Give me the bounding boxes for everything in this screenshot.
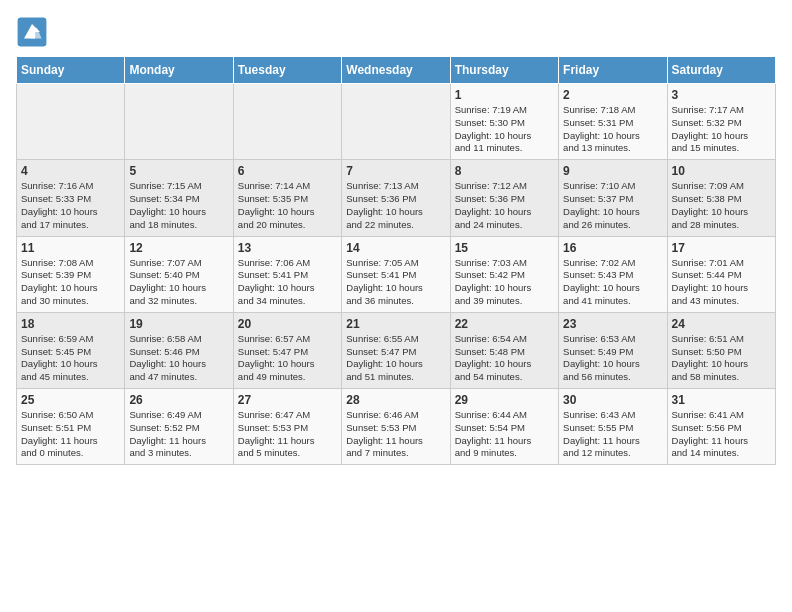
- cell-content: Sunrise: 6:43 AM Sunset: 5:55 PM Dayligh…: [563, 409, 662, 460]
- calendar-cell: 29Sunrise: 6:44 AM Sunset: 5:54 PM Dayli…: [450, 389, 558, 465]
- cell-content: Sunrise: 6:41 AM Sunset: 5:56 PM Dayligh…: [672, 409, 771, 460]
- day-number: 16: [563, 241, 662, 255]
- day-number: 27: [238, 393, 337, 407]
- cell-content: Sunrise: 7:13 AM Sunset: 5:36 PM Dayligh…: [346, 180, 445, 231]
- calendar-cell: 1Sunrise: 7:19 AM Sunset: 5:30 PM Daylig…: [450, 84, 558, 160]
- cell-content: Sunrise: 6:53 AM Sunset: 5:49 PM Dayligh…: [563, 333, 662, 384]
- day-number: 24: [672, 317, 771, 331]
- calendar-header: SundayMondayTuesdayWednesdayThursdayFrid…: [17, 57, 776, 84]
- day-number: 19: [129, 317, 228, 331]
- day-number: 4: [21, 164, 120, 178]
- calendar-cell: 25Sunrise: 6:50 AM Sunset: 5:51 PM Dayli…: [17, 389, 125, 465]
- calendar-cell: 23Sunrise: 6:53 AM Sunset: 5:49 PM Dayli…: [559, 312, 667, 388]
- day-number: 26: [129, 393, 228, 407]
- cell-content: Sunrise: 6:46 AM Sunset: 5:53 PM Dayligh…: [346, 409, 445, 460]
- cell-content: Sunrise: 7:19 AM Sunset: 5:30 PM Dayligh…: [455, 104, 554, 155]
- cell-content: Sunrise: 7:09 AM Sunset: 5:38 PM Dayligh…: [672, 180, 771, 231]
- day-number: 3: [672, 88, 771, 102]
- day-number: 22: [455, 317, 554, 331]
- cell-content: Sunrise: 6:44 AM Sunset: 5:54 PM Dayligh…: [455, 409, 554, 460]
- day-number: 5: [129, 164, 228, 178]
- day-number: 28: [346, 393, 445, 407]
- cell-content: Sunrise: 6:57 AM Sunset: 5:47 PM Dayligh…: [238, 333, 337, 384]
- calendar-cell: 15Sunrise: 7:03 AM Sunset: 5:42 PM Dayli…: [450, 236, 558, 312]
- calendar-cell: 13Sunrise: 7:06 AM Sunset: 5:41 PM Dayli…: [233, 236, 341, 312]
- calendar-cell: 7Sunrise: 7:13 AM Sunset: 5:36 PM Daylig…: [342, 160, 450, 236]
- calendar-cell: 22Sunrise: 6:54 AM Sunset: 5:48 PM Dayli…: [450, 312, 558, 388]
- cell-content: Sunrise: 7:12 AM Sunset: 5:36 PM Dayligh…: [455, 180, 554, 231]
- cell-content: Sunrise: 7:05 AM Sunset: 5:41 PM Dayligh…: [346, 257, 445, 308]
- day-number: 31: [672, 393, 771, 407]
- day-number: 2: [563, 88, 662, 102]
- calendar-cell: 11Sunrise: 7:08 AM Sunset: 5:39 PM Dayli…: [17, 236, 125, 312]
- calendar-cell: 16Sunrise: 7:02 AM Sunset: 5:43 PM Dayli…: [559, 236, 667, 312]
- day-number: 30: [563, 393, 662, 407]
- calendar-cell: [17, 84, 125, 160]
- calendar-cell: 5Sunrise: 7:15 AM Sunset: 5:34 PM Daylig…: [125, 160, 233, 236]
- day-number: 1: [455, 88, 554, 102]
- cell-content: Sunrise: 7:02 AM Sunset: 5:43 PM Dayligh…: [563, 257, 662, 308]
- header-row: SundayMondayTuesdayWednesdayThursdayFrid…: [17, 57, 776, 84]
- calendar-cell: 26Sunrise: 6:49 AM Sunset: 5:52 PM Dayli…: [125, 389, 233, 465]
- day-number: 17: [672, 241, 771, 255]
- cell-content: Sunrise: 6:49 AM Sunset: 5:52 PM Dayligh…: [129, 409, 228, 460]
- cell-content: Sunrise: 7:17 AM Sunset: 5:32 PM Dayligh…: [672, 104, 771, 155]
- calendar-cell: 8Sunrise: 7:12 AM Sunset: 5:36 PM Daylig…: [450, 160, 558, 236]
- day-number: 20: [238, 317, 337, 331]
- cell-content: Sunrise: 7:16 AM Sunset: 5:33 PM Dayligh…: [21, 180, 120, 231]
- week-row-4: 18Sunrise: 6:59 AM Sunset: 5:45 PM Dayli…: [17, 312, 776, 388]
- week-row-1: 1Sunrise: 7:19 AM Sunset: 5:30 PM Daylig…: [17, 84, 776, 160]
- page-header: [16, 16, 776, 48]
- day-number: 25: [21, 393, 120, 407]
- day-number: 11: [21, 241, 120, 255]
- calendar-cell: 24Sunrise: 6:51 AM Sunset: 5:50 PM Dayli…: [667, 312, 775, 388]
- cell-content: Sunrise: 7:18 AM Sunset: 5:31 PM Dayligh…: [563, 104, 662, 155]
- cell-content: Sunrise: 6:51 AM Sunset: 5:50 PM Dayligh…: [672, 333, 771, 384]
- calendar-cell: 2Sunrise: 7:18 AM Sunset: 5:31 PM Daylig…: [559, 84, 667, 160]
- calendar-table: SundayMondayTuesdayWednesdayThursdayFrid…: [16, 56, 776, 465]
- week-row-5: 25Sunrise: 6:50 AM Sunset: 5:51 PM Dayli…: [17, 389, 776, 465]
- calendar-cell: [233, 84, 341, 160]
- calendar-cell: 6Sunrise: 7:14 AM Sunset: 5:35 PM Daylig…: [233, 160, 341, 236]
- calendar-cell: 14Sunrise: 7:05 AM Sunset: 5:41 PM Dayli…: [342, 236, 450, 312]
- calendar-cell: 9Sunrise: 7:10 AM Sunset: 5:37 PM Daylig…: [559, 160, 667, 236]
- day-number: 7: [346, 164, 445, 178]
- day-header-thursday: Thursday: [450, 57, 558, 84]
- cell-content: Sunrise: 7:01 AM Sunset: 5:44 PM Dayligh…: [672, 257, 771, 308]
- cell-content: Sunrise: 7:15 AM Sunset: 5:34 PM Dayligh…: [129, 180, 228, 231]
- calendar-cell: 3Sunrise: 7:17 AM Sunset: 5:32 PM Daylig…: [667, 84, 775, 160]
- day-number: 9: [563, 164, 662, 178]
- cell-content: Sunrise: 7:08 AM Sunset: 5:39 PM Dayligh…: [21, 257, 120, 308]
- day-number: 13: [238, 241, 337, 255]
- calendar-cell: 10Sunrise: 7:09 AM Sunset: 5:38 PM Dayli…: [667, 160, 775, 236]
- cell-content: Sunrise: 7:06 AM Sunset: 5:41 PM Dayligh…: [238, 257, 337, 308]
- day-number: 8: [455, 164, 554, 178]
- calendar-cell: 20Sunrise: 6:57 AM Sunset: 5:47 PM Dayli…: [233, 312, 341, 388]
- cell-content: Sunrise: 6:58 AM Sunset: 5:46 PM Dayligh…: [129, 333, 228, 384]
- calendar-cell: [125, 84, 233, 160]
- cell-content: Sunrise: 7:14 AM Sunset: 5:35 PM Dayligh…: [238, 180, 337, 231]
- calendar-cell: 30Sunrise: 6:43 AM Sunset: 5:55 PM Dayli…: [559, 389, 667, 465]
- calendar-cell: 21Sunrise: 6:55 AM Sunset: 5:47 PM Dayli…: [342, 312, 450, 388]
- cell-content: Sunrise: 7:10 AM Sunset: 5:37 PM Dayligh…: [563, 180, 662, 231]
- week-row-3: 11Sunrise: 7:08 AM Sunset: 5:39 PM Dayli…: [17, 236, 776, 312]
- day-header-friday: Friday: [559, 57, 667, 84]
- calendar-cell: 28Sunrise: 6:46 AM Sunset: 5:53 PM Dayli…: [342, 389, 450, 465]
- day-number: 10: [672, 164, 771, 178]
- cell-content: Sunrise: 6:54 AM Sunset: 5:48 PM Dayligh…: [455, 333, 554, 384]
- cell-content: Sunrise: 6:59 AM Sunset: 5:45 PM Dayligh…: [21, 333, 120, 384]
- cell-content: Sunrise: 6:55 AM Sunset: 5:47 PM Dayligh…: [346, 333, 445, 384]
- cell-content: Sunrise: 6:47 AM Sunset: 5:53 PM Dayligh…: [238, 409, 337, 460]
- day-number: 23: [563, 317, 662, 331]
- calendar-cell: 27Sunrise: 6:47 AM Sunset: 5:53 PM Dayli…: [233, 389, 341, 465]
- calendar-cell: 18Sunrise: 6:59 AM Sunset: 5:45 PM Dayli…: [17, 312, 125, 388]
- week-row-2: 4Sunrise: 7:16 AM Sunset: 5:33 PM Daylig…: [17, 160, 776, 236]
- calendar-cell: 12Sunrise: 7:07 AM Sunset: 5:40 PM Dayli…: [125, 236, 233, 312]
- day-header-sunday: Sunday: [17, 57, 125, 84]
- day-number: 6: [238, 164, 337, 178]
- calendar-cell: 4Sunrise: 7:16 AM Sunset: 5:33 PM Daylig…: [17, 160, 125, 236]
- logo: [16, 16, 52, 48]
- calendar-body: 1Sunrise: 7:19 AM Sunset: 5:30 PM Daylig…: [17, 84, 776, 465]
- cell-content: Sunrise: 6:50 AM Sunset: 5:51 PM Dayligh…: [21, 409, 120, 460]
- day-number: 21: [346, 317, 445, 331]
